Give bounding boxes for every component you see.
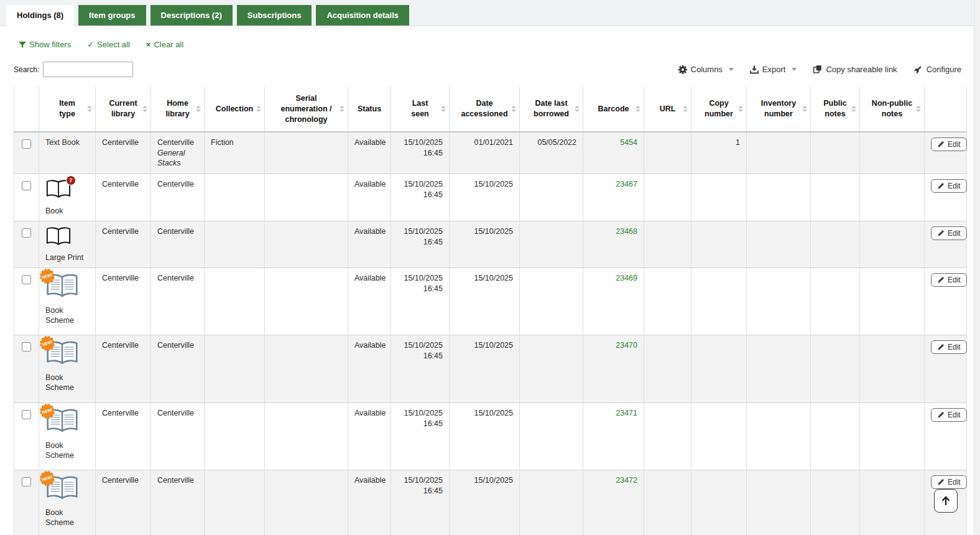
column-header-date-last-borrowed[interactable]: Date last borrowed <box>520 87 583 132</box>
cell-current-library: Centerville <box>96 221 151 268</box>
cell-non-public-notes <box>860 268 925 335</box>
column-header-serial-enumeration[interactable]: Serial enumeration / chronology <box>265 87 348 132</box>
columns-button[interactable]: Columns <box>678 65 734 74</box>
edit-button[interactable]: Edit <box>931 179 967 193</box>
sort-icon <box>802 106 807 112</box>
cell-serial-enumeration <box>265 470 348 535</box>
edit-button[interactable]: Edit <box>931 340 967 354</box>
cell-date-last-borrowed <box>520 335 583 403</box>
barcode-link[interactable]: 23469 <box>616 274 637 282</box>
column-header-current-library[interactable]: Current library <box>96 87 151 132</box>
column-header-copy-number[interactable]: Copy number <box>691 87 747 132</box>
column-header-label: Serial enumeration / chronology <box>277 93 336 125</box>
cell-status: Available <box>348 268 391 335</box>
cell-url <box>644 403 691 470</box>
edit-button[interactable]: Edit <box>931 408 967 422</box>
scrollbar-track[interactable] <box>974 0 980 535</box>
column-header-item-type[interactable]: Item type <box>39 87 96 132</box>
pencil-icon <box>937 141 945 148</box>
column-header-label: Home library <box>164 98 192 119</box>
home-library-name: Centerville <box>157 274 194 282</box>
row-checkbox[interactable] <box>22 275 31 284</box>
cell-status: Available <box>348 403 391 470</box>
tab-descriptions-2[interactable]: Descriptions (2) <box>150 5 233 26</box>
column-header-label: Barcode <box>598 104 629 114</box>
column-header-label: Collection <box>216 104 253 114</box>
clear-all-link[interactable]: × Clear all <box>146 40 183 49</box>
row-checkbox[interactable] <box>22 181 31 190</box>
barcode-link[interactable]: 5454 <box>620 138 637 147</box>
select-all-label: Select all <box>97 40 130 49</box>
row-checkbox[interactable] <box>22 342 31 351</box>
row-checkbox[interactable] <box>22 477 31 486</box>
cell-date-last-borrowed <box>520 174 583 221</box>
barcode-link[interactable]: 23472 <box>616 476 637 485</box>
last-seen-value: 15/10/2025 16:45 <box>404 341 443 360</box>
cell-public-notes <box>811 403 860 470</box>
cell-collection <box>205 221 265 268</box>
cell-last-seen: 15/10/2025 16:45 <box>391 132 450 174</box>
home-library-name: Centerville <box>157 180 194 188</box>
export-button[interactable]: Export <box>750 65 797 74</box>
cell-url <box>644 470 691 535</box>
row-checkbox[interactable] <box>22 410 31 419</box>
cell-barcode: 23470 <box>583 335 644 403</box>
cell-url <box>644 268 691 335</box>
column-header-public-notes[interactable]: Public notes <box>811 87 860 132</box>
cell-collection <box>205 470 265 535</box>
cell-copy-number <box>691 174 747 221</box>
tab-subscriptions[interactable]: Subscriptions <box>237 5 312 26</box>
column-header-inventory-number[interactable]: Inventory number <box>747 87 811 132</box>
cell-date-last-borrowed <box>520 403 583 470</box>
barcode-link[interactable]: 23468 <box>616 227 637 236</box>
chevron-down-icon <box>792 68 797 71</box>
status-value: Available <box>354 138 386 147</box>
back-to-top-button[interactable] <box>934 489 958 513</box>
date-accessioned-value: 15/10/2025 <box>474 227 513 236</box>
select-all-link[interactable]: ✓ Select all <box>87 40 130 49</box>
edit-button[interactable]: Edit <box>931 226 967 240</box>
cell-select <box>14 403 39 470</box>
tab-holdings-8[interactable]: Holdings (8) <box>6 5 74 26</box>
barcode-link[interactable]: 23467 <box>616 180 637 188</box>
tab-item-groups[interactable]: Item groups <box>78 5 146 26</box>
column-header-home-library[interactable]: Home library <box>151 87 205 132</box>
cell-select <box>14 221 39 268</box>
edit-button[interactable]: Edit <box>931 475 967 489</box>
column-header-date-accessioned[interactable]: Date accessioned <box>450 87 520 132</box>
configure-button[interactable]: Configure <box>913 65 961 74</box>
barcode-link[interactable]: 23471 <box>616 409 637 417</box>
column-header-non-public-notes[interactable]: Non-public notes <box>860 87 925 132</box>
row-checkbox[interactable] <box>22 228 31 238</box>
cell-home-library: Centerville <box>151 403 205 470</box>
cell-home-library: Centerville <box>151 268 205 335</box>
cell-date-last-borrowed <box>520 221 583 268</box>
cell-collection: Fiction <box>205 132 265 174</box>
edit-button[interactable]: Edit <box>931 137 967 151</box>
cell-non-public-notes <box>860 335 925 403</box>
column-header-url[interactable]: URL <box>644 87 691 132</box>
columns-label: Columns <box>691 65 723 74</box>
barcode-link[interactable]: 23470 <box>616 341 637 350</box>
sort-icon <box>636 106 640 112</box>
copy-icon <box>813 65 822 74</box>
column-header-label: Last seen <box>409 98 432 119</box>
row-checkbox[interactable] <box>22 139 31 149</box>
table-toolbar: Columns Export Copy shareable link <box>678 65 961 74</box>
cell-non-public-notes <box>860 470 925 535</box>
date-accessioned-value: 15/10/2025 <box>474 180 513 188</box>
column-header-barcode[interactable]: Barcode <box>583 87 644 132</box>
show-filters-link[interactable]: Show filters <box>19 40 71 49</box>
search-input[interactable] <box>43 62 133 77</box>
copy-shareable-link-button[interactable]: Copy shareable link <box>813 65 897 74</box>
tab-acquisition-details[interactable]: Acquisition details <box>316 5 409 26</box>
item-type-icon-wrap: 7 <box>45 179 72 202</box>
cell-status: Available <box>348 132 391 174</box>
edit-button[interactable]: Edit <box>931 273 967 287</box>
cell-date-accessioned: 01/01/2021 <box>450 132 520 174</box>
column-header-collection[interactable]: Collection <box>205 87 265 132</box>
column-header-last-seen[interactable]: Last seen <box>391 87 450 132</box>
pencil-icon <box>937 478 945 486</box>
filter-funnel-icon <box>19 41 26 49</box>
date-last-borrowed-value: 05/05/2022 <box>537 138 576 147</box>
